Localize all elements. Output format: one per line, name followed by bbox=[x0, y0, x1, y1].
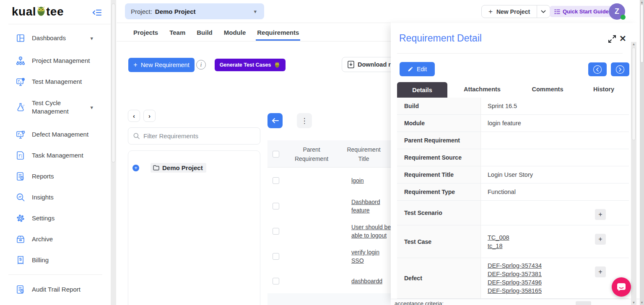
generate-test-cases-button[interactable]: Generate Test Cases bbox=[215, 59, 286, 71]
download-file-icon bbox=[348, 61, 354, 68]
divider bbox=[397, 53, 623, 54]
billing-icon bbox=[15, 255, 26, 266]
sidebar-scrollbar-thumb[interactable] bbox=[112, 3, 115, 163]
nav-forward-button[interactable]: › bbox=[143, 110, 156, 122]
sidebar-item-audit-trail-report[interactable]: Audit Trail Report bbox=[0, 281, 105, 298]
requirement-title-link[interactable]: verify login SSO bbox=[351, 248, 393, 265]
row-checkbox[interactable] bbox=[273, 228, 279, 235]
panel-tab-details[interactable]: Details bbox=[397, 82, 447, 98]
tab-build[interactable]: Build bbox=[197, 25, 213, 40]
add-test-scenario-button[interactable]: + bbox=[595, 209, 606, 220]
project-selector[interactable]: Project: Demo Project ▾ bbox=[125, 3, 264, 19]
new-project-dropdown[interactable] bbox=[537, 5, 550, 18]
field-row-test-scenario: Test Scenario + bbox=[397, 201, 629, 225]
field-value: Sprint 16.5 bbox=[481, 98, 629, 114]
panel-tabbar: Details Attachments Comments History bbox=[391, 82, 640, 98]
sidebar-item-task-management[interactable]: Task Management bbox=[0, 147, 105, 164]
sidebar-item-project-management[interactable]: Project Management bbox=[0, 52, 105, 69]
close-icon[interactable]: ✕ bbox=[619, 34, 626, 44]
sidebar-scrollbar[interactable] bbox=[111, 0, 116, 305]
new-requirement-button[interactable]: + New Requirement bbox=[128, 58, 195, 72]
row-checkbox[interactable] bbox=[273, 203, 279, 209]
sidebar-item-reports[interactable]: Reports bbox=[0, 168, 105, 185]
detail-fields-table: Build Sprint 16.5 Module login feature P… bbox=[397, 98, 629, 299]
panel-tab-attachments[interactable]: Attachments bbox=[457, 86, 507, 93]
sidebar-item-dashboards[interactable]: Dashboards ▾ bbox=[0, 30, 105, 47]
field-value: login feature bbox=[481, 115, 629, 132]
defect-link[interactable]: DEF-Sprlog-358165 bbox=[488, 287, 629, 295]
collapse-sidebar-icon[interactable] bbox=[92, 8, 102, 18]
sidebar-item-archive[interactable]: Archive bbox=[0, 231, 105, 248]
plus-icon: + bbox=[133, 61, 137, 69]
panel-scrollbar-thumb[interactable] bbox=[632, 47, 636, 140]
page-scrollbar[interactable]: ▲ ▼ bbox=[640, 0, 644, 305]
field-row-requirement-source: Requirement Source bbox=[397, 149, 629, 166]
expand-node-icon[interactable]: + bbox=[132, 165, 139, 171]
info-icon[interactable]: i bbox=[196, 60, 206, 70]
tab-projects[interactable]: Projects bbox=[133, 25, 158, 40]
chat-launcher-button[interactable] bbox=[612, 277, 631, 297]
previous-requirement-button[interactable] bbox=[588, 62, 607, 76]
field-row-parent-requirement: Parent Requirement bbox=[397, 132, 629, 149]
scroll-down-arrow[interactable]: ▼ bbox=[631, 301, 636, 305]
add-test-case-button[interactable]: + bbox=[595, 234, 606, 245]
test-case-link[interactable]: tc_18 bbox=[488, 242, 629, 250]
scroll-up-arrow[interactable]: ▲ bbox=[640, 0, 644, 4]
defect-link[interactable]: DEF-Sprlog-357381 bbox=[488, 270, 629, 278]
sidebar-item-test-cycle-management[interactable]: Test Cycle Management ▾ bbox=[0, 96, 105, 118]
row-checkbox[interactable] bbox=[273, 177, 279, 184]
field-row-build: Build Sprint 16.5 bbox=[397, 98, 629, 115]
guide-list-icon bbox=[554, 9, 560, 14]
row-checkbox[interactable] bbox=[273, 253, 279, 260]
plus-icon: + bbox=[488, 8, 493, 16]
sidebar-item-defect-management[interactable]: Defect Management bbox=[0, 126, 105, 143]
add-defect-button[interactable]: + bbox=[595, 266, 606, 277]
sidebar-item-insights[interactable]: Insights bbox=[0, 189, 105, 206]
archive-icon bbox=[15, 234, 26, 245]
field-row-requirement-type: Requirement Type Functional bbox=[397, 184, 629, 201]
requirement-title-link[interactable]: dashboardd bbox=[351, 277, 393, 285]
module-tabbar: Projects Team Build Module Requirements bbox=[133, 23, 299, 41]
panel-tab-history[interactable]: History bbox=[579, 86, 629, 93]
scroll-down-arrow[interactable]: ▼ bbox=[640, 301, 644, 305]
sidebar-item-test-management[interactable]: Test Management bbox=[0, 73, 105, 90]
test-case-link[interactable]: TC_008 bbox=[488, 233, 629, 242]
filter-requirements-input[interactable] bbox=[143, 132, 248, 140]
next-requirement-button[interactable] bbox=[611, 62, 629, 76]
select-all-checkbox[interactable] bbox=[273, 151, 279, 158]
add-button-stub[interactable] bbox=[576, 301, 591, 305]
page-scrollbar-thumb[interactable] bbox=[640, 4, 644, 63]
sidebar: kual tee Dashboards ▾ Project Manag bbox=[0, 0, 111, 305]
field-value: Login User Story bbox=[481, 166, 629, 183]
chevron-down-icon: ▾ bbox=[254, 8, 257, 15]
tab-module[interactable]: Module bbox=[224, 25, 246, 40]
requirement-title-link[interactable]: lgoin bbox=[351, 176, 393, 185]
panel-tab-comments[interactable]: Comments bbox=[522, 86, 573, 93]
logo-text-prefix: kual bbox=[12, 5, 36, 18]
new-project-button[interactable]: + New Project bbox=[482, 5, 537, 18]
edit-button[interactable]: Edit bbox=[400, 62, 435, 76]
field-row-module: Module login feature bbox=[397, 115, 629, 132]
chevron-down-icon bbox=[541, 10, 546, 13]
sidebar-item-billing[interactable]: Billing bbox=[0, 252, 105, 269]
defect-link[interactable]: DEF-Sprlog-357496 bbox=[488, 278, 629, 287]
sidebar-item-settings[interactable]: Settings bbox=[0, 210, 105, 227]
tab-team[interactable]: Team bbox=[169, 25, 185, 40]
row-checkbox[interactable] bbox=[273, 278, 279, 284]
nav-back-button[interactable]: ‹ bbox=[128, 110, 140, 122]
logo-text-suffix: tee bbox=[46, 5, 64, 18]
tree-root-row[interactable]: + Demo Project bbox=[132, 163, 206, 173]
requirement-title-link[interactable]: User should be able to logout bbox=[351, 223, 393, 240]
user-avatar[interactable]: Z bbox=[609, 3, 625, 20]
defect-link[interactable]: DEF-Sprlog-357434 bbox=[488, 261, 629, 270]
expand-panel-icon[interactable] bbox=[608, 35, 616, 43]
divider bbox=[8, 24, 111, 24]
quick-start-guide-button[interactable]: Quick Start Guide bbox=[550, 6, 613, 17]
table-menu-button[interactable]: ⋮ bbox=[297, 113, 312, 128]
chat-bubble-icon bbox=[617, 283, 626, 291]
panel-scrollbar[interactable]: ▲ ▼ bbox=[631, 42, 636, 305]
tab-requirements[interactable]: Requirements bbox=[257, 25, 299, 40]
requirement-title-link[interactable]: Dashbaord feature bbox=[351, 198, 393, 215]
scroll-up-arrow[interactable]: ▲ bbox=[631, 42, 636, 46]
collapse-tree-button[interactable] bbox=[267, 113, 283, 128]
